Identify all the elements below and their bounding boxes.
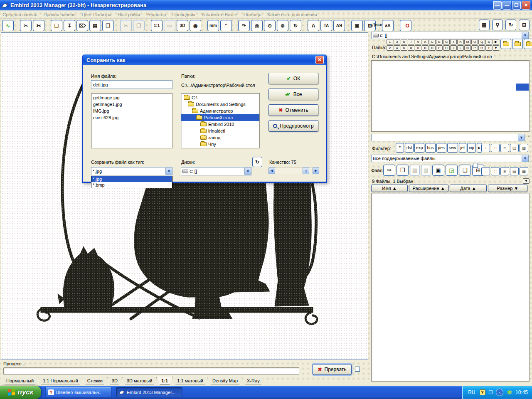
units-inch-icon[interactable]: ″ xyxy=(220,20,232,31)
chevron-down-icon[interactable]: ▼ xyxy=(522,32,528,39)
slider-thumb[interactable]: ||| xyxy=(303,167,309,174)
file-item[interactable]: счет 628.jpg xyxy=(93,114,170,121)
antivirus-tray-icon[interactable]: ✽ xyxy=(507,389,512,396)
file-item[interactable]: getImage.jpg xyxy=(93,94,170,101)
preview-eye-icon[interactable]: ◉ xyxy=(190,20,201,31)
view-thumbs-icon[interactable]: ▦ xyxy=(520,167,528,175)
file-info-icon[interactable]: ▤ xyxy=(479,20,490,30)
save-type-combo[interactable]: *.jpg ▼ xyxy=(91,167,172,175)
file-list-box[interactable] xyxy=(371,193,530,382)
filter-pes[interactable]: pes xyxy=(436,143,446,153)
filter-combo[interactable]: Все поддерживаемые файлы ▼ xyxy=(371,155,529,162)
minimize-alt-button[interactable]: — xyxy=(493,1,502,10)
filter-jef[interactable]: jef xyxy=(459,143,467,153)
start-button[interactable]: пуск xyxy=(0,386,41,399)
tree-item-zavod[interactable]: завод xyxy=(181,134,259,141)
view-grid-icon[interactable]: ▤ xyxy=(510,167,519,175)
copy-document-icon[interactable]: ❏ xyxy=(459,165,471,176)
refresh-drives-icon[interactable]: ↻ xyxy=(252,157,262,167)
chevron-down-icon[interactable]: ▼ xyxy=(518,134,525,141)
folder-tree[interactable]: C:\ Documents and Settings Администратор… xyxy=(181,93,260,148)
save-floppy-icon[interactable]: ◲ xyxy=(446,165,458,176)
menu-ultimate-box[interactable]: Ультимате Бокс+ xyxy=(202,12,237,17)
minimize-button[interactable]: — xyxy=(502,1,511,10)
folder-list-box[interactable] xyxy=(371,60,530,132)
view-colors-icon[interactable]: ∷ xyxy=(491,144,500,152)
tab-1-1-matte[interactable]: 1:1 матовый xyxy=(172,377,208,385)
tree-item-administrator[interactable]: Администратор xyxy=(181,108,259,114)
menu-middle-panel[interactable]: Средняя панель xyxy=(2,12,37,17)
refresh-icon[interactable]: ↻ xyxy=(505,20,516,30)
menu-addons[interactable]: Какие есть дополнения xyxy=(268,12,317,17)
new-window-icon[interactable]: ❐ xyxy=(102,20,114,31)
hide-jumps-eye-icon[interactable]: ◎ xyxy=(251,20,263,31)
import-design-icon[interactable]: ↧ xyxy=(64,20,75,31)
taskbar-item-embird[interactable]: Embird 2013 Manager... xyxy=(116,387,182,398)
chevron-down-icon[interactable]: ▼ xyxy=(244,167,251,175)
filter-sew[interactable]: sew xyxy=(447,143,458,153)
all-button[interactable]: ✔✔Все xyxy=(268,89,318,100)
dropdown-option-jpg[interactable]: *.jpg xyxy=(91,176,172,182)
view-detail-icon[interactable]: ▫ xyxy=(481,167,490,175)
file-list[interactable]: getImage.jpg getImage1.jpg IMG.jpg счет … xyxy=(91,93,172,148)
file-option-checkbox[interactable] xyxy=(473,163,478,168)
selected-item-highlight[interactable] xyxy=(516,84,529,91)
copy-multiple-icon[interactable]: ▣ xyxy=(432,165,444,176)
tree-item-chpu[interactable]: Чпу xyxy=(181,141,259,148)
menu-color-palette[interactable]: Цвет Палитра xyxy=(82,12,112,17)
chevron-down-icon[interactable]: ▼ xyxy=(522,155,528,162)
column-date[interactable]: Дата ▲ xyxy=(450,185,487,192)
view-grid-icon[interactable]: ▤ xyxy=(510,144,519,152)
file-item[interactable]: IMG.jpg xyxy=(93,108,170,114)
remove-stitches-icon[interactable]: ✄ xyxy=(33,20,44,31)
font-size-icon[interactable]: аА xyxy=(382,20,394,31)
slider-left-icon[interactable]: ◀ xyxy=(268,167,275,174)
close-button[interactable]: ✕ xyxy=(522,1,530,10)
slider-track[interactable]: ||| xyxy=(275,167,313,174)
tree-item-c-drive[interactable]: C:\ xyxy=(181,94,259,101)
history-combo[interactable]: ▼ xyxy=(371,134,525,141)
screen-calibrate-icon[interactable]: ↷ xyxy=(238,20,250,31)
column-name[interactable]: Имя ▲ xyxy=(371,185,408,192)
menu-settings[interactable]: Настройки xyxy=(118,12,140,17)
panel-toggle-icon[interactable]: ⊟ xyxy=(519,20,530,30)
view-list-icon[interactable]: ≡ xyxy=(500,144,509,152)
show-trims-eye-icon[interactable]: ⊚ xyxy=(277,20,288,31)
filter-all[interactable]: * xyxy=(396,143,404,153)
tab-3d[interactable]: 3D xyxy=(107,377,122,385)
drives-combo[interactable]: c: [] ▼ xyxy=(181,167,251,175)
filter-hus[interactable]: hus xyxy=(425,143,435,153)
tree-item-embird-2010[interactable]: Embird 2010 xyxy=(181,121,259,128)
status-dropdown-icon[interactable]: ▼ xyxy=(523,178,530,184)
new-folder-icon[interactable] xyxy=(500,39,511,49)
register-key-icon[interactable]: ─O xyxy=(400,20,411,31)
filter-vip[interactable]: vip xyxy=(467,143,476,153)
language-indicator[interactable]: RU xyxy=(468,389,475,395)
filter-exp[interactable]: exp xyxy=(414,143,424,153)
tab-density-map[interactable]: Density Map xyxy=(208,377,242,385)
dialog-close-icon[interactable]: ✕ xyxy=(315,56,324,64)
help-tray-icon[interactable]: ? xyxy=(480,389,485,395)
column-size[interactable]: Размер ▼ xyxy=(488,185,527,192)
view-list-icon[interactable]: ≡ xyxy=(500,167,509,175)
file-name-input[interactable] xyxy=(91,80,172,89)
open-design-icon[interactable]: ∿ xyxy=(2,20,14,31)
taskbar-item-browser[interactable]: Y Швейно-вышивальн... xyxy=(45,387,112,398)
restore-button[interactable]: ❐ xyxy=(512,1,521,10)
tab-stitches[interactable]: Стежки xyxy=(83,377,107,385)
show-connections-eye-icon[interactable]: ⊙ xyxy=(264,20,276,31)
view-thumbs-icon[interactable]: ▦ xyxy=(520,144,528,152)
abort-checkbox[interactable] xyxy=(355,367,360,372)
dropdown-option-bmp[interactable]: *.bmp xyxy=(91,182,172,188)
slider-right-icon[interactable]: ▶ xyxy=(313,167,319,174)
cut-icon[interactable]: ✂ xyxy=(383,165,395,176)
cancel-button[interactable]: ✖Отменить xyxy=(268,104,318,116)
delete-icon[interactable]: ⌦ xyxy=(76,20,88,31)
ok-button[interactable]: ✔ОК xyxy=(268,73,318,84)
view-detail-icon[interactable]: ▫ xyxy=(481,144,490,152)
units-mm-icon[interactable]: mm xyxy=(207,20,219,31)
open-folder-icon[interactable] xyxy=(512,39,523,49)
tab-x-ray[interactable]: X-Ray xyxy=(242,377,264,385)
filter-dst[interactable]: dst xyxy=(405,143,414,153)
chevron-down-icon[interactable]: ▼ xyxy=(165,167,172,175)
